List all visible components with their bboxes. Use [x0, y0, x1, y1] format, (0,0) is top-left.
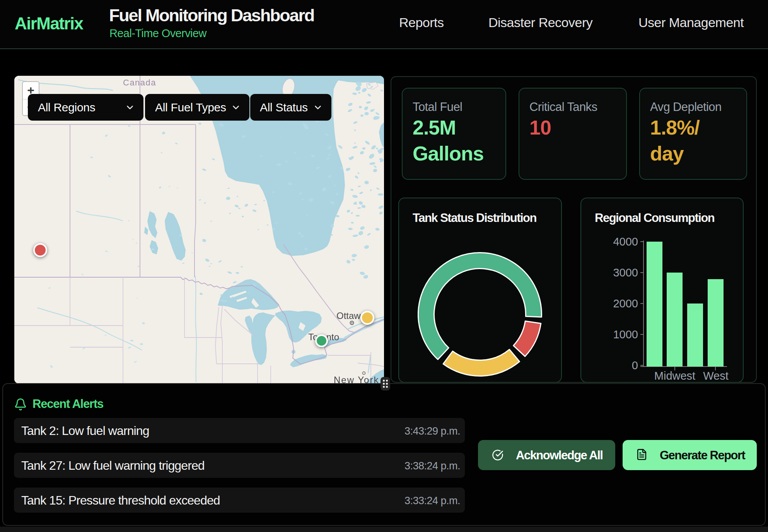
svg-text:Canada: Canada: [123, 78, 156, 87]
svg-text:4000: 4000: [613, 236, 638, 248]
svg-text:New York: New York: [334, 375, 379, 384]
svg-text:Midwest: Midwest: [654, 370, 695, 382]
svg-text:West: West: [703, 370, 729, 382]
svg-text:3000: 3000: [613, 266, 638, 279]
svg-text:0: 0: [632, 359, 638, 372]
svg-text:2000: 2000: [613, 297, 638, 310]
svg-text:1000: 1000: [613, 328, 638, 341]
